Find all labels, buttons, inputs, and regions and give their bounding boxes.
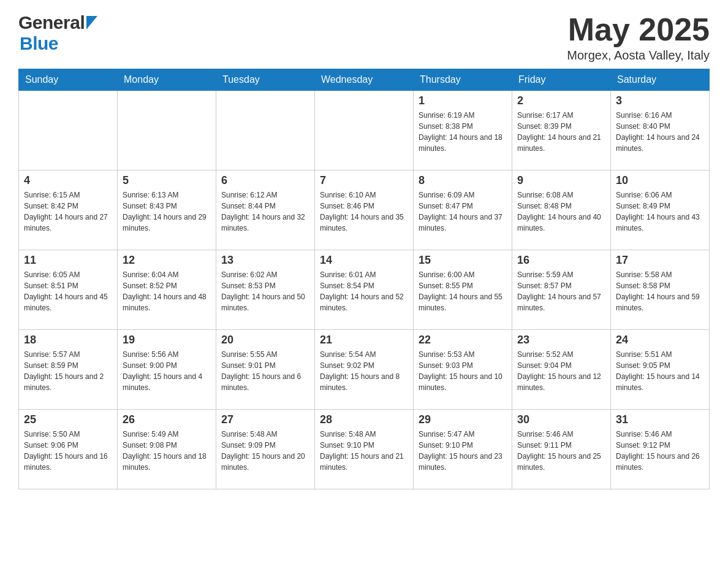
day-number: 4	[24, 174, 112, 187]
svg-marker-0	[86, 16, 97, 29]
day-info: Sunrise: 5:50 AMSunset: 9:06 PMDaylight:…	[24, 429, 112, 473]
day-info: Sunrise: 6:04 AMSunset: 8:52 PMDaylight:…	[123, 269, 211, 313]
day-number: 9	[517, 174, 605, 187]
day-number: 14	[320, 254, 408, 267]
day-number: 17	[616, 254, 704, 267]
day-number: 15	[419, 254, 507, 267]
table-row: 23Sunrise: 5:52 AMSunset: 9:04 PMDayligh…	[512, 330, 611, 410]
table-row: 19Sunrise: 5:56 AMSunset: 9:00 PMDayligh…	[118, 330, 216, 410]
table-row	[216, 91, 315, 170]
col-saturday: Saturday	[611, 69, 710, 91]
table-row: 28Sunrise: 5:48 AMSunset: 9:10 PMDayligh…	[315, 410, 414, 489]
day-info: Sunrise: 6:09 AMSunset: 8:47 PMDaylight:…	[419, 190, 507, 234]
month-year-title: May 2025	[567, 12, 710, 47]
logo-blue-text: Blue	[20, 33, 97, 54]
table-row: 1Sunrise: 6:19 AMSunset: 8:38 PMDaylight…	[414, 91, 512, 170]
day-info: Sunrise: 5:59 AMSunset: 8:57 PMDaylight:…	[517, 269, 605, 313]
day-number: 27	[221, 413, 309, 426]
day-info: Sunrise: 6:05 AMSunset: 8:51 PMDaylight:…	[24, 269, 112, 313]
table-row: 22Sunrise: 5:53 AMSunset: 9:03 PMDayligh…	[414, 330, 512, 410]
calendar-table: Sunday Monday Tuesday Wednesday Thursday…	[18, 69, 710, 489]
day-info: Sunrise: 5:51 AMSunset: 9:05 PMDaylight:…	[616, 349, 704, 393]
day-number: 25	[24, 413, 112, 426]
day-info: Sunrise: 5:58 AMSunset: 8:58 PMDaylight:…	[616, 269, 704, 313]
day-info: Sunrise: 6:15 AMSunset: 8:42 PMDaylight:…	[24, 190, 112, 234]
day-number: 24	[616, 334, 704, 347]
day-number: 21	[320, 334, 408, 347]
day-info: Sunrise: 5:52 AMSunset: 9:04 PMDaylight:…	[517, 349, 605, 393]
table-row: 20Sunrise: 5:55 AMSunset: 9:01 PMDayligh…	[216, 330, 315, 410]
page-header: General Blue May 2025 Morgex, Aosta Vall…	[18, 12, 710, 63]
table-row: 29Sunrise: 5:47 AMSunset: 9:10 PMDayligh…	[414, 410, 512, 489]
logo-triangle-icon	[86, 16, 97, 29]
day-number: 1	[419, 94, 507, 107]
day-number: 22	[419, 334, 507, 347]
day-info: Sunrise: 6:17 AMSunset: 8:39 PMDaylight:…	[517, 110, 605, 154]
table-row: 3Sunrise: 6:16 AMSunset: 8:40 PMDaylight…	[611, 91, 710, 170]
table-row: 4Sunrise: 6:15 AMSunset: 8:42 PMDaylight…	[19, 170, 118, 250]
table-row: 5Sunrise: 6:13 AMSunset: 8:43 PMDaylight…	[118, 170, 216, 250]
day-number: 8	[419, 174, 507, 187]
calendar-week-row: 25Sunrise: 5:50 AMSunset: 9:06 PMDayligh…	[19, 410, 710, 489]
table-row: 9Sunrise: 6:08 AMSunset: 8:48 PMDaylight…	[512, 170, 611, 250]
day-info: Sunrise: 5:56 AMSunset: 9:00 PMDaylight:…	[123, 349, 211, 393]
col-tuesday: Tuesday	[216, 69, 315, 91]
day-info: Sunrise: 6:16 AMSunset: 8:40 PMDaylight:…	[616, 110, 704, 154]
calendar-week-row: 4Sunrise: 6:15 AMSunset: 8:42 PMDaylight…	[19, 170, 710, 250]
day-info: Sunrise: 5:54 AMSunset: 9:02 PMDaylight:…	[320, 349, 408, 393]
col-wednesday: Wednesday	[315, 69, 414, 91]
day-info: Sunrise: 6:00 AMSunset: 8:55 PMDaylight:…	[419, 269, 507, 313]
day-info: Sunrise: 6:19 AMSunset: 8:38 PMDaylight:…	[419, 110, 507, 154]
day-info: Sunrise: 6:01 AMSunset: 8:54 PMDaylight:…	[320, 269, 408, 313]
day-info: Sunrise: 5:46 AMSunset: 9:11 PMDaylight:…	[517, 429, 605, 473]
day-info: Sunrise: 6:12 AMSunset: 8:44 PMDaylight:…	[221, 190, 309, 234]
day-info: Sunrise: 5:48 AMSunset: 9:10 PMDaylight:…	[320, 429, 408, 473]
day-number: 19	[123, 334, 211, 347]
table-row	[118, 91, 216, 170]
day-number: 26	[123, 413, 211, 426]
day-number: 3	[616, 94, 704, 107]
day-number: 28	[320, 413, 408, 426]
table-row: 6Sunrise: 6:12 AMSunset: 8:44 PMDaylight…	[216, 170, 315, 250]
day-info: Sunrise: 6:06 AMSunset: 8:49 PMDaylight:…	[616, 190, 704, 234]
day-number: 5	[123, 174, 211, 187]
day-info: Sunrise: 6:02 AMSunset: 8:53 PMDaylight:…	[221, 269, 309, 313]
day-number: 16	[517, 254, 605, 267]
day-number: 29	[419, 413, 507, 426]
day-info: Sunrise: 5:53 AMSunset: 9:03 PMDaylight:…	[419, 349, 507, 393]
table-row: 10Sunrise: 6:06 AMSunset: 8:49 PMDayligh…	[611, 170, 710, 250]
day-info: Sunrise: 5:57 AMSunset: 8:59 PMDaylight:…	[24, 349, 112, 393]
day-info: Sunrise: 5:49 AMSunset: 9:08 PMDaylight:…	[123, 429, 211, 473]
table-row: 11Sunrise: 6:05 AMSunset: 8:51 PMDayligh…	[19, 250, 118, 330]
table-row: 8Sunrise: 6:09 AMSunset: 8:47 PMDaylight…	[414, 170, 512, 250]
table-row: 25Sunrise: 5:50 AMSunset: 9:06 PMDayligh…	[19, 410, 118, 489]
table-row: 15Sunrise: 6:00 AMSunset: 8:55 PMDayligh…	[414, 250, 512, 330]
logo-general-text: General	[18, 12, 85, 33]
table-row: 27Sunrise: 5:48 AMSunset: 9:09 PMDayligh…	[216, 410, 315, 489]
day-number: 18	[24, 334, 112, 347]
calendar-week-row: 1Sunrise: 6:19 AMSunset: 8:38 PMDaylight…	[19, 91, 710, 170]
table-row	[19, 91, 118, 170]
logo: General Blue	[18, 12, 97, 54]
table-row: 13Sunrise: 6:02 AMSunset: 8:53 PMDayligh…	[216, 250, 315, 330]
table-row: 30Sunrise: 5:46 AMSunset: 9:11 PMDayligh…	[512, 410, 611, 489]
table-row: 16Sunrise: 5:59 AMSunset: 8:57 PMDayligh…	[512, 250, 611, 330]
calendar-week-row: 18Sunrise: 5:57 AMSunset: 8:59 PMDayligh…	[19, 330, 710, 410]
day-number: 23	[517, 334, 605, 347]
day-info: Sunrise: 5:48 AMSunset: 9:09 PMDaylight:…	[221, 429, 309, 473]
table-row: 24Sunrise: 5:51 AMSunset: 9:05 PMDayligh…	[611, 330, 710, 410]
day-number: 31	[616, 413, 704, 426]
table-row: 12Sunrise: 6:04 AMSunset: 8:52 PMDayligh…	[118, 250, 216, 330]
day-info: Sunrise: 6:10 AMSunset: 8:46 PMDaylight:…	[320, 190, 408, 234]
table-row: 2Sunrise: 6:17 AMSunset: 8:39 PMDaylight…	[512, 91, 611, 170]
day-number: 2	[517, 94, 605, 107]
day-number: 6	[221, 174, 309, 187]
day-info: Sunrise: 5:47 AMSunset: 9:10 PMDaylight:…	[419, 429, 507, 473]
day-number: 12	[123, 254, 211, 267]
table-row: 21Sunrise: 5:54 AMSunset: 9:02 PMDayligh…	[315, 330, 414, 410]
col-sunday: Sunday	[19, 69, 118, 91]
calendar-week-row: 11Sunrise: 6:05 AMSunset: 8:51 PMDayligh…	[19, 250, 710, 330]
table-row: 18Sunrise: 5:57 AMSunset: 8:59 PMDayligh…	[19, 330, 118, 410]
col-friday: Friday	[512, 69, 611, 91]
day-info: Sunrise: 5:46 AMSunset: 9:12 PMDaylight:…	[616, 429, 704, 473]
